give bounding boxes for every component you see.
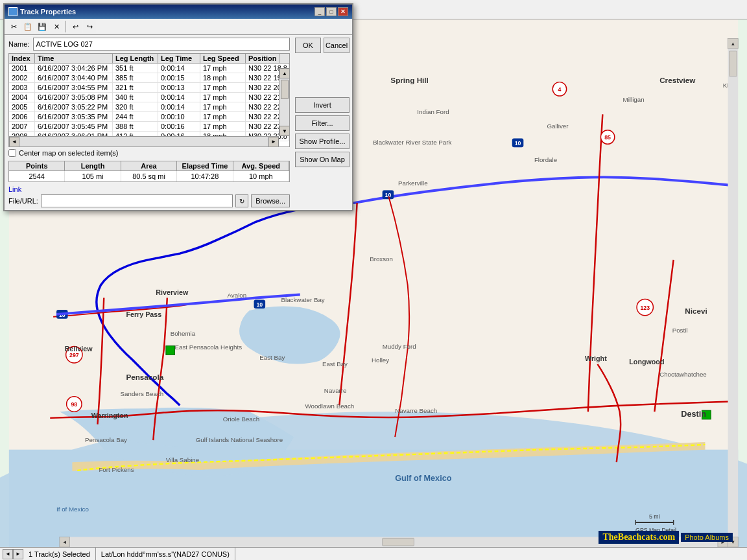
name-input[interactable]: [33, 38, 290, 51]
nav-right-btn[interactable]: ►: [13, 549, 23, 559]
show-on-map-btn[interactable]: Show On Map: [295, 152, 350, 167]
undo-btn[interactable]: ↩: [69, 20, 82, 33]
table-vscrollbar[interactable]: ▲ ▼: [279, 68, 289, 136]
dialog-minimize-btn[interactable]: _: [314, 7, 325, 16]
center-map-checkbox[interactable]: [8, 149, 16, 157]
svg-text:East Pensacola Heights: East Pensacola Heights: [175, 344, 243, 351]
svg-text:123: 123: [640, 305, 650, 311]
table-cell: 0:00:14: [158, 93, 200, 102]
track-table[interactable]: Index Time Leg Length Leg Time Leg Speed…: [8, 53, 290, 147]
table-cell: 6/16/2007 3:05:08 PM: [35, 93, 113, 102]
vscroll-thumb[interactable]: [281, 80, 289, 99]
table-cell: 17 mph: [200, 122, 246, 131]
delete-btn[interactable]: ✕: [50, 20, 63, 33]
vscroll-down-btn[interactable]: ▼: [279, 126, 290, 136]
svg-text:4: 4: [558, 86, 562, 93]
fileurl-label: File/URL:: [8, 197, 38, 205]
redo-btn[interactable]: ↪: [83, 20, 96, 33]
table-row[interactable]: 20056/16/2007 3:05:22 PM320 ft0:00:1417 …: [9, 102, 289, 112]
name-label: Name:: [8, 40, 29, 48]
svg-rect-79: [383, 538, 414, 546]
svg-text:◄: ◄: [62, 539, 67, 545]
table-cell: 340 ft: [113, 93, 158, 102]
svg-text:Postil: Postil: [672, 327, 688, 334]
fileurl-input[interactable]: [41, 194, 233, 207]
top-action-buttons: OK Cancel: [295, 38, 350, 56]
table-cell: 351 ft: [113, 64, 158, 73]
svg-text:Nicevi: Nicevi: [685, 307, 707, 315]
copy-btn[interactable]: 📋: [21, 20, 34, 33]
filter-btn[interactable]: Filter...: [295, 115, 350, 131]
table-cell: 2001: [9, 64, 35, 73]
table-cell: 388 ft: [113, 122, 158, 131]
fileurl-row: File/URL: ↻ Browse...: [5, 193, 294, 210]
vscroll-up-btn[interactable]: ▲: [279, 68, 290, 78]
svg-text:Blackwater River State Park: Blackwater River State Park: [373, 139, 452, 146]
stats-header: Points Length Area Elapsed Time Avg. Spe…: [9, 161, 289, 171]
stats-col-avgspeed: Avg. Speed: [233, 161, 289, 170]
table-row[interactable]: 20016/16/2007 3:04:26 PM351 ft0:00:1417 …: [9, 64, 289, 73]
invert-btn[interactable]: Invert: [295, 97, 350, 113]
ok-btn[interactable]: OK: [295, 38, 321, 53]
svg-text:Gulf of Mexico: Gulf of Mexico: [395, 474, 452, 483]
dialog-main-content: Name: Index Time Leg Length Leg Time Leg…: [5, 35, 352, 210]
svg-text:Woodlawn Beach: Woodlawn Beach: [305, 402, 355, 410]
fileurl-go-btn[interactable]: ↻: [235, 194, 248, 207]
table-row[interactable]: 20036/16/2007 3:04:55 PM321 ft0:00:1317 …: [9, 83, 289, 93]
table-hscrollbar[interactable]: ◄ ►: [9, 136, 279, 146]
svg-text:Choctawhatchee: Choctawhatchee: [659, 371, 707, 378]
svg-text:10: 10: [256, 301, 263, 308]
table-cell: 17 mph: [200, 83, 246, 92]
dialog-titlebar: Track Properties _ □ ✕: [5, 5, 352, 19]
col-leg-speed: Leg Speed: [200, 54, 246, 63]
svg-text:Longwood: Longwood: [629, 358, 664, 366]
dialog-right-buttons: OK Cancel Invert Filter... Show Profile.…: [294, 35, 352, 210]
svg-text:10: 10: [515, 140, 521, 146]
svg-text:Milligan: Milligan: [623, 96, 645, 103]
table-cell: 2005: [9, 102, 35, 111]
hscroll-left-btn[interactable]: ◄: [9, 137, 19, 147]
table-row[interactable]: 20026/16/2007 3:04:40 PM385 ft0:00:1518 …: [9, 73, 289, 83]
svg-text:Broxson: Broxson: [370, 255, 393, 262]
table-row[interactable]: 20066/16/2007 3:05:35 PM244 ft0:00:1017 …: [9, 112, 289, 122]
table-header: Index Time Leg Length Leg Time Leg Speed…: [9, 54, 289, 64]
table-row[interactable]: 20076/16/2007 3:05:45 PM388 ft0:00:1617 …: [9, 122, 289, 132]
table-cell: 320 ft: [113, 102, 158, 111]
link-row: Link: [5, 184, 294, 193]
stats-points: 2544: [9, 171, 65, 181]
show-profile-btn[interactable]: Show Profile...: [295, 134, 350, 149]
stats-area: 80.5 sq mi: [121, 171, 177, 181]
table-cell: 0:00:14: [158, 64, 200, 73]
nav-left-btn[interactable]: ◄: [3, 549, 13, 559]
browse-btn[interactable]: Browse...: [251, 194, 290, 207]
table-cell: 385 ft: [113, 73, 158, 82]
save-btn[interactable]: 💾: [36, 20, 49, 33]
svg-text:Crestview: Crestview: [659, 76, 696, 84]
hscroll-right-btn[interactable]: ►: [268, 137, 279, 147]
dialog-title-text: Track Properties: [20, 8, 76, 16]
cancel-btn[interactable]: Cancel: [324, 38, 350, 53]
svg-text:Flordale: Flordale: [534, 156, 557, 163]
status-bar: ◄ ► 1 Track(s) Selected Lat/Lon hddd°mm'…: [0, 547, 747, 560]
dialog-close-btn[interactable]: ✕: [338, 7, 348, 16]
table-cell: 6/16/2007 3:04:55 PM: [35, 83, 113, 92]
link-label[interactable]: Link: [8, 185, 21, 193]
svg-text:Navarre Beach: Navarre Beach: [395, 407, 437, 414]
table-body[interactable]: 20016/16/2007 3:04:26 PM351 ft0:00:1417 …: [9, 64, 289, 141]
center-map-row: Center map on selected item(s): [5, 147, 294, 159]
cut-btn[interactable]: ✂: [7, 20, 20, 33]
svg-text:Ferry Pass: Ferry Pass: [126, 310, 161, 318]
stats-col-elapsed: Elapsed Time: [177, 161, 233, 170]
stats-elapsed: 10:47:28: [177, 171, 233, 181]
svg-text:Villa Sabine: Villa Sabine: [166, 456, 199, 463]
svg-text:Holley: Holley: [372, 356, 389, 364]
table-row[interactable]: 20046/16/2007 3:05:08 PM340 ft0:00:1417 …: [9, 93, 289, 102]
svg-text:Wright: Wright: [585, 355, 607, 362]
status-coordinates-text: Lat/Lon hddd°mm'ss.s"(NAD27 CONUS): [101, 550, 230, 558]
svg-text:Gulf Islands National Seashore: Gulf Islands National Seashore: [196, 436, 283, 443]
dialog-maximize-btn[interactable]: □: [326, 7, 337, 16]
svg-rect-68: [728, 38, 739, 547]
svg-text:Blackwater Bay: Blackwater Bay: [281, 296, 325, 303]
status-coordinates: Lat/Lon hddd°mm'ss.s"(NAD27 CONUS): [96, 548, 235, 560]
table-cell: 6/16/2007 3:05:35 PM: [35, 112, 113, 121]
